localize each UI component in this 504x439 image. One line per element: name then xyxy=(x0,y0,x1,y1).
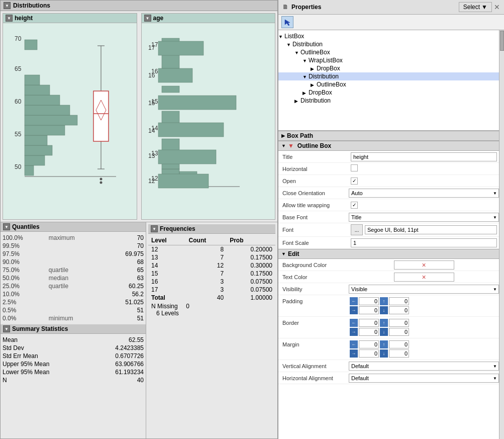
tree-item[interactable]: ▼WrapListBox xyxy=(278,56,499,64)
quantile-row: 0.5%51 xyxy=(1,306,146,314)
freq-row: 14120.30000 xyxy=(148,261,275,270)
border-top-input[interactable] xyxy=(359,319,379,327)
scrollbar[interactable] xyxy=(499,30,504,439)
tree-item[interactable]: ▼OutlineBox xyxy=(278,48,499,56)
tree-arrow[interactable]: ▶ xyxy=(311,82,317,87)
margin-left-arrow[interactable]: ← xyxy=(350,340,358,348)
outline-box-section: ▼ ▼ Outline Box xyxy=(278,141,499,151)
visibility-select[interactable]: Visible Hidden Collapsed xyxy=(349,285,499,294)
margin-bottom-input[interactable] xyxy=(359,349,379,358)
tree-item[interactable]: ▼ListBox xyxy=(278,32,499,40)
prop-horizontal-alignment-row: Horizontal Alignment Default Left Center… xyxy=(278,372,499,384)
margin-right-arrow2[interactable]: → xyxy=(350,349,358,358)
quantile-pct: 99.5% xyxy=(1,242,47,250)
freq-count: 7 xyxy=(186,253,227,261)
tree-arrow[interactable]: ▼ xyxy=(286,42,292,47)
border-left-arrow[interactable]: ← xyxy=(350,319,358,327)
margin-left-input[interactable] xyxy=(389,349,409,358)
padding-right-arrow2[interactable]: → xyxy=(350,306,358,314)
distributions-collapse[interactable]: ▼ xyxy=(4,2,11,9)
border-right-input[interactable] xyxy=(389,319,409,327)
bg-color-swatch[interactable]: × xyxy=(394,260,454,270)
font-scale-input[interactable] xyxy=(351,238,497,247)
border-left-input[interactable] xyxy=(389,328,409,336)
horizontal-alignment-select[interactable]: Default Left Center Right xyxy=(349,374,499,383)
prop-horizontal-row: Horizontal xyxy=(278,163,499,175)
quantile-value: 70 xyxy=(104,234,146,242)
quantiles-collapse[interactable]: ▼ xyxy=(3,223,10,230)
tree-arrow[interactable]: ▼ xyxy=(294,50,300,55)
cursor-button[interactable] xyxy=(281,16,293,28)
padding-up-arrow[interactable]: ↑ xyxy=(380,297,388,305)
close-orientation-select[interactable]: Auto Horizontal Vertical xyxy=(349,189,499,198)
tree-item[interactable]: ▶Distribution xyxy=(278,97,499,105)
quantile-pct: 75.0% xyxy=(1,266,47,274)
close-icon[interactable]: ✕ xyxy=(494,3,500,11)
tree-item[interactable]: ▶OutlineBox xyxy=(278,80,499,89)
padding-left-arrow[interactable]: ← xyxy=(350,297,358,305)
horizontal-label: Horizontal xyxy=(278,164,349,173)
prop-padding-row: Padding ← ↑ → ↓ xyxy=(278,295,499,317)
border-down-arrow[interactable]: ↓ xyxy=(380,328,388,336)
svg-text:70: 70 xyxy=(15,35,22,42)
properties-content: ▼ListBox▼Distribution▼OutlineBox▼WrapLis… xyxy=(278,30,504,439)
freq-col-count: Count xyxy=(186,236,227,245)
quantile-value: 51 xyxy=(104,314,146,322)
height-collapse[interactable]: ▼ xyxy=(6,15,13,22)
title-input[interactable] xyxy=(351,152,497,161)
title-label: Title xyxy=(278,152,349,161)
tree-view[interactable]: ▼ListBox▼Distribution▼OutlineBox▼WrapLis… xyxy=(278,30,499,131)
padding-left-input[interactable] xyxy=(389,306,409,314)
tree-item[interactable]: ▶DropBox xyxy=(278,64,499,72)
border-bottom-input[interactable] xyxy=(359,328,379,336)
tree-arrow[interactable]: ▼ xyxy=(278,34,284,39)
tree-arrow[interactable]: ▶ xyxy=(311,66,317,71)
title-wrapping-checkbox[interactable] xyxy=(351,202,358,209)
summary-collapse[interactable]: ▼ xyxy=(3,325,10,332)
tree-item[interactable]: ▼Distribution xyxy=(278,72,499,80)
age-collapse[interactable]: ▼ xyxy=(144,15,151,22)
margin-right-input[interactable] xyxy=(389,340,409,348)
quantile-label xyxy=(47,306,104,314)
tree-item[interactable]: ▼Distribution xyxy=(278,40,499,48)
cursor-icon xyxy=(284,19,291,26)
margin-up-arrow[interactable]: ↑ xyxy=(380,340,388,348)
border-up-arrow[interactable]: ↑ xyxy=(380,319,388,327)
padding-bottom-input[interactable] xyxy=(359,306,379,314)
prop-base-font-row: Base Font Title Body Small xyxy=(278,211,499,223)
vertical-alignment-select[interactable]: Default Top Center Bottom xyxy=(349,362,499,371)
quantile-row: 97.5%69.975 xyxy=(1,250,146,258)
padding-down-arrow[interactable]: ↓ xyxy=(380,306,388,314)
open-checkbox[interactable] xyxy=(351,178,358,185)
summary-label: Std Dev xyxy=(1,344,89,352)
tree-arrow[interactable]: ▶ xyxy=(303,91,309,96)
tree-arrow[interactable]: ▼ xyxy=(303,74,309,79)
scrollbar-thumb[interactable] xyxy=(500,31,504,51)
summary-row: Mean62.55 xyxy=(1,336,146,344)
padding-top-input[interactable] xyxy=(359,297,379,305)
base-font-label: Base Font xyxy=(278,213,349,222)
quantile-value: 60.25 xyxy=(104,282,146,290)
svg-rect-7 xyxy=(25,155,45,165)
distributions-title: Distributions xyxy=(13,2,50,9)
summary-label: Lower 95% Mean xyxy=(1,368,89,376)
left-stats: ▼ Quantiles 100.0%maximum7099.5%7097.5%6… xyxy=(1,222,146,438)
horizontal-checkbox[interactable] xyxy=(351,164,358,171)
base-font-select[interactable]: Title Body Small xyxy=(349,213,499,222)
border-right-arrow2[interactable]: → xyxy=(350,328,358,336)
svg-rect-47 xyxy=(158,150,216,164)
select-button[interactable]: Select ▼ xyxy=(459,2,492,12)
prop-visibility-row: Visibility Visible Hidden Collapsed xyxy=(278,283,499,295)
font-browse-button[interactable]: ... xyxy=(351,224,363,235)
tree-arrow[interactable]: ▶ xyxy=(294,99,300,104)
text-color-swatch[interactable]: × xyxy=(394,273,454,282)
height-title: height xyxy=(15,15,33,22)
frequencies-collapse[interactable]: ▼ xyxy=(151,225,158,232)
padding-right-input[interactable] xyxy=(389,297,409,305)
tree-arrow[interactable]: ▼ xyxy=(303,58,309,63)
tree-item[interactable]: ▶DropBox xyxy=(278,89,499,97)
margin-down-arrow[interactable]: ↓ xyxy=(380,349,388,358)
toolbar-row xyxy=(278,15,504,30)
freq-level: 15 xyxy=(148,270,186,278)
margin-top-input[interactable] xyxy=(359,340,379,348)
